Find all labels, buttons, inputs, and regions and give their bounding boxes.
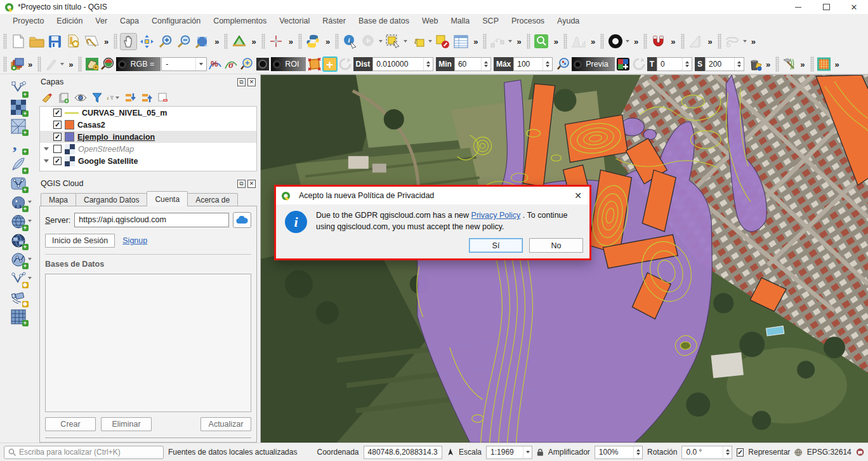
toolbar-overflow[interactable]: » (631, 37, 641, 46)
layer-checkbox[interactable] (53, 145, 62, 153)
add-vector-layer-button[interactable]: + (10, 79, 27, 97)
layer-checkbox[interactable]: ✓ (53, 157, 62, 165)
rgb-radio-icon[interactable] (118, 60, 126, 69)
yes-button[interactable]: Sí (469, 238, 523, 253)
scp-tools-button[interactable] (782, 57, 796, 72)
python-console-button[interactable] (305, 33, 322, 50)
toolbar-overflow[interactable]: » (551, 37, 562, 46)
panel-splitter[interactable] (39, 171, 257, 176)
toolbar-overflow[interactable]: » (248, 37, 259, 46)
server-input[interactable]: https://api.qgiscloud.com (74, 213, 229, 227)
add-wcs-button[interactable]: + (10, 232, 27, 250)
toolbar-overflow[interactable]: » (763, 60, 773, 69)
select-features-button[interactable] (385, 33, 402, 50)
deselect-features-button[interactable] (434, 33, 451, 50)
toolbar-grip[interactable] (3, 34, 7, 49)
expression-filter-dropdown[interactable] (115, 97, 119, 99)
zoom-full-button[interactable] (194, 33, 211, 50)
render-checkbox[interactable]: ✓ (737, 448, 744, 457)
menu-scp[interactable]: SCP (476, 15, 505, 27)
tab-mapa[interactable]: Mapa (41, 193, 76, 206)
open-project-button[interactable] (28, 33, 45, 50)
expression-select-dropdown[interactable] (428, 40, 432, 43)
login-button[interactable]: Inicio de Sesión (45, 234, 115, 248)
menu-base-de-datos[interactable]: Base de datos (352, 15, 416, 27)
panel-float-button[interactable]: ⧉ (237, 180, 246, 188)
t-spinbox[interactable]: 0 (657, 57, 692, 71)
rotation-spinbox[interactable]: 0.0 ° (681, 446, 732, 459)
add-postgis-button[interactable]: + (10, 194, 27, 211)
add-layers-button[interactable] (10, 57, 24, 72)
magnifier-spinbox[interactable]: 100% (595, 446, 643, 459)
crs-globe-icon[interactable] (794, 448, 802, 457)
scp-color-search-button[interactable] (100, 57, 115, 72)
vertex-tool-dropdown[interactable] (508, 40, 512, 43)
refresh-databases-button[interactable]: Actualizar (201, 417, 251, 431)
save-project-button[interactable] (46, 33, 63, 50)
expand-arrow[interactable] (43, 159, 50, 163)
toolbar-grip[interactable] (3, 57, 7, 72)
vertex-tool-button[interactable] (489, 33, 506, 50)
scp-percent-button[interactable]: % (207, 57, 222, 72)
layer-styling-button[interactable] (41, 91, 55, 105)
layer-row-curvas[interactable]: ✓ CURVAS_NIVEL_05_m (40, 107, 256, 119)
scp-plot-button[interactable] (607, 33, 624, 50)
toolbar-grip[interactable] (600, 34, 604, 49)
toolbar-overflow[interactable]: » (25, 60, 36, 69)
toolbar-grip[interactable] (335, 34, 339, 49)
scp-plot-dropdown[interactable] (626, 40, 629, 43)
run-feature-action-button[interactable] (360, 33, 377, 50)
toolbar-overflow[interactable]: » (286, 37, 296, 46)
toolbar-overflow[interactable]: » (705, 37, 716, 46)
add-wms-button[interactable]: + (10, 213, 27, 230)
lock-icon[interactable] (537, 448, 544, 457)
zoom-in-button[interactable] (157, 33, 174, 50)
close-button[interactable]: ✕ (840, 0, 868, 14)
layer-row-casas2[interactable]: ✓ Casas2 (40, 119, 256, 131)
tab-cuenta[interactable]: Cuenta (147, 191, 188, 206)
messages-icon[interactable] (856, 447, 864, 457)
remove-layer-button[interactable] (156, 91, 170, 105)
select-features-dropdown[interactable] (404, 40, 407, 43)
toolbar-overflow[interactable]: » (667, 37, 678, 46)
dialog-titlebar[interactable]: Acepto la nueva Política de Privacidad ✕ (276, 187, 589, 204)
collapse-all-button[interactable] (140, 91, 154, 105)
signup-link[interactable]: Signup (122, 236, 147, 245)
maximize-button[interactable] (812, 0, 840, 14)
measure-button[interactable] (687, 33, 704, 50)
roi-create-button[interactable] (307, 57, 322, 72)
georeferencer-button[interactable] (268, 33, 285, 50)
expand-arrow[interactable] (43, 147, 50, 150)
toolbar-grip[interactable] (718, 34, 721, 49)
locator-search[interactable]: Escriba para localizar (Ctrl+K) (4, 446, 164, 459)
tab-cargando-datos[interactable]: Cargando Datos (76, 193, 147, 206)
add-geopackage-button[interactable]: + (10, 156, 27, 173)
identify-features-button[interactable]: i (341, 33, 358, 50)
feature-action-dropdown[interactable] (379, 40, 383, 43)
toolbar-grip[interactable] (37, 57, 41, 72)
menu-vectorial[interactable]: Vectorial (273, 15, 316, 27)
wfs-dropdown[interactable] (28, 258, 32, 260)
toolbar-grip[interactable] (483, 34, 487, 49)
scp-bandset-button[interactable] (84, 57, 99, 72)
toolbar-grip[interactable] (643, 34, 647, 49)
menu-procesos[interactable]: Procesos (505, 15, 551, 27)
roi-redo-button[interactable] (338, 57, 353, 72)
rgb-combo-arrow[interactable] (195, 58, 206, 70)
scp-sigma-button[interactable]: σ (223, 57, 238, 72)
toolbar-grip[interactable] (78, 57, 82, 72)
privacy-policy-link[interactable]: Privacy Policy (471, 211, 521, 220)
style-manager-button[interactable] (65, 33, 82, 50)
menu-capa[interactable]: Capa (114, 15, 145, 27)
layout-manager-button[interactable] (83, 33, 100, 50)
toolbar-overflow[interactable]: » (101, 37, 112, 46)
scp-radio-black-button[interactable] (255, 57, 270, 72)
add-mesh-layer-button[interactable]: + (10, 117, 27, 135)
pan-map-button[interactable] (120, 33, 137, 50)
add-wfs-button[interactable]: + (10, 251, 27, 269)
databases-list[interactable] (45, 274, 251, 412)
toolbar-overflow[interactable]: » (322, 37, 333, 46)
max-spinbox[interactable]: 100 (513, 57, 553, 71)
menu-raster[interactable]: Ráster (316, 15, 352, 27)
toolbar-overflow[interactable]: » (470, 37, 481, 46)
